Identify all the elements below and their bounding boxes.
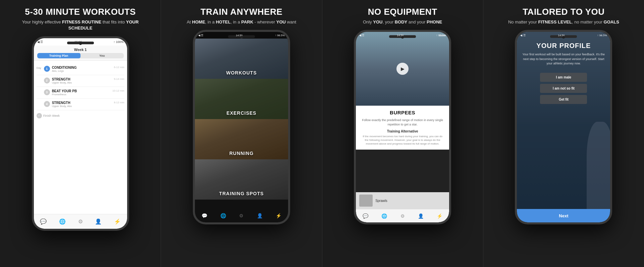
- table-row: 2 STRENGTH Upper Body, Abs 9-14 min: [37, 75, 124, 87]
- phone-3-content: BURPEES Follow exactly the predefined ra…: [356, 106, 449, 150]
- table-row: Day 1 CONDITIONING Abs, Legs 6-12 min: [37, 63, 124, 75]
- status-left: ◀ ☰: [520, 34, 525, 37]
- phone-1-screen: ◀ ☰ 15:06 ↑ 100% Week 1 Training Plan Yo…: [34, 38, 127, 229]
- menu-item-running[interactable]: RUNNING: [195, 119, 288, 159]
- phone-2-navbar: 💬 🌐 ⚙ 👤 ⚡: [195, 209, 288, 222]
- workout-info: CONDITIONING Abs, Legs: [52, 66, 114, 72]
- nav-icon[interactable]: 🌐: [381, 213, 387, 219]
- panel-3: NO EQUIPMENT Only YOU, your BODY and you…: [322, 0, 483, 267]
- status-time: 14:50: [236, 34, 243, 37]
- nav-flash-icon[interactable]: ⚡: [276, 213, 281, 218]
- day-number: 2: [44, 77, 50, 84]
- workout-info: STRENGTH Upper Body, Abs: [52, 101, 114, 108]
- panel-2-subtitle: At HOME, in a HOTEL, in a PARK - whereve…: [187, 19, 296, 25]
- male-button[interactable]: I am male: [540, 73, 587, 82]
- nav-icon[interactable]: 👤: [418, 213, 424, 219]
- workout-sub: Upper Body, Abs: [52, 81, 114, 84]
- panel-4-subtitle: No matter your FITNESS LEVEL, no matter …: [508, 19, 619, 25]
- phone-3-statusbar: ◀ ☰ 14:50 ↑ 98.5%: [356, 32, 449, 39]
- status-right: ↑ 98.5%: [436, 34, 446, 37]
- nav-settings-icon[interactable]: ⚙: [78, 218, 83, 225]
- nav-flash-icon[interactable]: ⚡: [114, 218, 121, 225]
- panel-3-subtitle: Only YOU, your BODY and your PHONE: [363, 19, 442, 25]
- finish-label: Finish Week: [43, 114, 60, 117]
- panel-4-title: TAILORED TO YOU: [508, 7, 619, 17]
- panel-1-title: 5-30 MINUTE WORKOUTS: [20, 7, 141, 17]
- status-time: 14:50: [397, 34, 404, 37]
- training-alt-desc: If the movement becomes too hard during …: [361, 135, 444, 146]
- nav-icon[interactable]: ⚙: [400, 213, 405, 219]
- phone-1-topbar: Week 1 Training Plan You: [34, 46, 127, 61]
- nav-globe-icon[interactable]: 🌐: [59, 218, 66, 225]
- fitness-level-button[interactable]: I am not so fit: [540, 84, 587, 93]
- nav-chat-icon[interactable]: 💬: [40, 218, 47, 225]
- panel-4: TAILORED TO YOU No matter your FITNESS L…: [483, 0, 644, 267]
- table-row: 4 STRENGTH Upper Body, Abs 8-12 min: [37, 99, 124, 110]
- next-label[interactable]: Next: [559, 213, 568, 218]
- day-number: 4: [44, 101, 50, 107]
- phone-2-menu: WORKOUTS EXERCISES RUNNING TRAINING SPOT…: [195, 39, 288, 200]
- nav-profile-icon[interactable]: 👤: [257, 213, 263, 218]
- phone-1-navbar: 💬 🌐 ⚙ 👤 ⚡: [34, 214, 127, 229]
- nav-icon[interactable]: 💬: [363, 213, 368, 219]
- tab-training-plan[interactable]: Training Plan: [37, 53, 80, 58]
- status-left: ◀ ☰: [37, 40, 43, 44]
- panel-2-header: TRAIN ANYWHERE At HOME, in a HOTEL, in a…: [187, 7, 296, 25]
- nav-chat-icon[interactable]: 💬: [202, 213, 207, 218]
- thumb-image: [359, 195, 373, 207]
- tab-you[interactable]: You: [80, 53, 124, 58]
- menu-item-workouts[interactable]: WORKOUTS: [195, 39, 288, 79]
- status-left: ◀ ☰: [359, 34, 364, 37]
- workout-time: 6-12 min: [114, 66, 124, 69]
- workout-name: STRENGTH: [52, 77, 114, 81]
- status-right: ↑ 98.5%: [275, 34, 285, 37]
- phone-3-navbar: 💬 🌐 ⚙ 👤 ⚡: [356, 209, 449, 222]
- panel-3-title: NO EQUIPMENT: [363, 7, 442, 17]
- panel-1: 5-30 MINUTE WORKOUTS Your highly effecti…: [0, 0, 161, 267]
- phone-2-screen: ◀ ☰ 14:50 ↑ 98.5% WORKOUTS EXERCISES: [195, 32, 288, 222]
- phone-2: ◀ ☰ 14:50 ↑ 98.5% WORKOUTS EXERCISES: [193, 30, 290, 224]
- menu-label-running: RUNNING: [229, 151, 254, 156]
- finish-icon: ✓: [37, 113, 42, 118]
- training-alt-title: Training Alternative: [361, 129, 444, 133]
- phone-1-statusbar: ◀ ☰ 15:06 ↑ 100%: [34, 38, 127, 46]
- workout-info: STRENGTH Upper Body, Abs: [52, 77, 114, 84]
- workout-sub: Upper Body, Abs: [52, 105, 114, 108]
- phone-2-statusbar: ◀ ☰ 14:50 ↑ 98.5%: [195, 32, 288, 39]
- day-label: [37, 89, 44, 90]
- day-label: [37, 77, 44, 78]
- workout-time: 8-12 min: [114, 101, 124, 104]
- exercise-desc: Follow exactly the predefined range of m…: [361, 118, 444, 126]
- panel-3-header: NO EQUIPMENT Only YOU, your BODY and you…: [363, 7, 442, 25]
- menu-item-training-spots[interactable]: TRAINING SPOTS: [195, 159, 288, 200]
- day-number: 3: [44, 89, 50, 95]
- status-time: 15:06: [74, 40, 82, 44]
- day-number: 1: [44, 66, 50, 72]
- menu-item-exercises[interactable]: EXERCISES: [195, 79, 288, 119]
- phone-4-screen: ◀ ☰ 14:50 ↑ 98.5% YOUR PROFILE Your firs…: [517, 32, 610, 222]
- phone-3: ◀ ☰ 14:50 ↑ 98.5% ▶ Close BURPEES Follow…: [354, 30, 451, 224]
- finish-week: ✓ Finish Week: [37, 110, 124, 121]
- nav-profile-icon[interactable]: 👤: [95, 218, 102, 225]
- phone-3-video: ▶ Close: [356, 32, 449, 106]
- nav-settings-icon[interactable]: ⚙: [239, 213, 244, 218]
- workout-name: STRENGTH: [52, 101, 114, 105]
- status-right: ↑ 100%: [114, 40, 124, 44]
- phone-4-navbar: Next: [517, 209, 610, 222]
- phone-1: ◀ ☰ 15:06 ↑ 100% Week 1 Training Plan Yo…: [32, 36, 129, 231]
- phone-3-screen: ◀ ☰ 14:50 ↑ 98.5% ▶ Close BURPEES Follow…: [356, 32, 449, 222]
- workout-sub: Prometheus: [52, 93, 112, 96]
- panel-1-header: 5-30 MINUTE WORKOUTS Your highly effecti…: [20, 7, 141, 32]
- panel-4-header: TAILORED TO YOU No matter your FITNESS L…: [508, 7, 619, 25]
- day-label: [37, 101, 44, 102]
- workout-sub: Abs, Legs: [52, 69, 114, 72]
- nav-globe-icon[interactable]: 🌐: [220, 213, 226, 218]
- panel-2-title: TRAIN ANYWHERE: [187, 7, 296, 17]
- workout-name: CONDITIONING: [52, 66, 114, 69]
- menu-label-workouts: WORKOUTS: [226, 70, 257, 75]
- table-row: 3 BEAT YOUR PB Prometheus 10-12 min: [37, 87, 124, 99]
- get-fit-button[interactable]: Get fit: [540, 95, 587, 104]
- day-label: Day: [37, 66, 44, 69]
- workout-info: BEAT YOUR PB Prometheus: [52, 89, 112, 96]
- nav-icon[interactable]: ⚡: [437, 213, 442, 219]
